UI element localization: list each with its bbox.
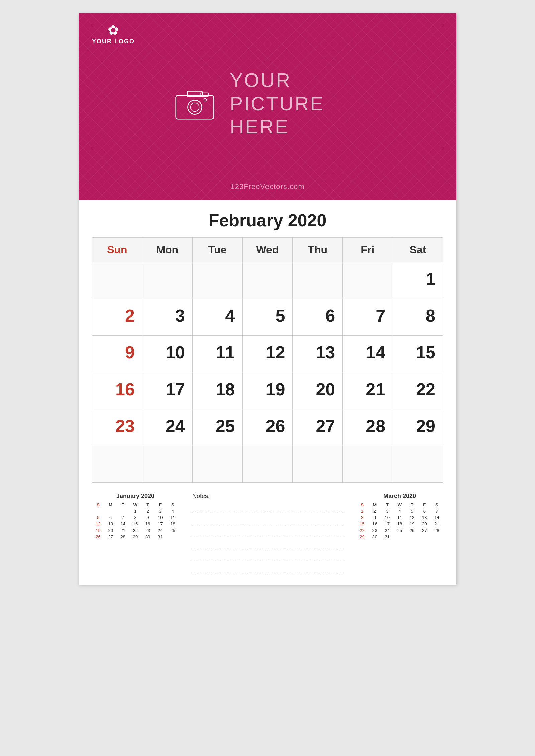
mar-d: 22 bbox=[356, 527, 368, 534]
mar-d: 14 bbox=[431, 514, 443, 521]
mar-d: 2 bbox=[368, 508, 381, 514]
logo-text: YOUR LOGO bbox=[92, 38, 135, 45]
mar-d: 21 bbox=[431, 521, 443, 527]
mar-table: S M T W T F S 1 2 3 4 5 bbox=[356, 502, 443, 540]
mar-h-w: W bbox=[393, 502, 406, 508]
calendar-week-5: 23 24 25 26 27 28 29 bbox=[92, 409, 443, 446]
mar-d: 3 bbox=[381, 508, 393, 514]
mar-d: 25 bbox=[393, 527, 406, 534]
calendar-week-3: 9 10 11 12 13 14 15 bbox=[92, 336, 443, 372]
svg-point-5 bbox=[204, 99, 206, 101]
mar-d: 7 bbox=[431, 508, 443, 514]
day-3: 3 bbox=[142, 299, 192, 336]
jan-h-w: W bbox=[129, 502, 141, 508]
day-12: 12 bbox=[242, 336, 293, 372]
day-empty bbox=[343, 262, 393, 299]
svg-rect-0 bbox=[176, 95, 214, 119]
svg-point-3 bbox=[188, 100, 202, 114]
jan-week-1: 1 2 3 4 bbox=[92, 508, 179, 514]
mar-d: 26 bbox=[406, 527, 418, 534]
mar-d: 13 bbox=[418, 514, 431, 521]
jan-d: 15 bbox=[129, 521, 141, 527]
jan-d: 19 bbox=[92, 527, 104, 534]
mini-calendar-march: March 2020 S M T W T F S 1 bbox=[356, 493, 443, 575]
jan-d bbox=[104, 508, 117, 514]
mar-d: 1 bbox=[356, 508, 368, 514]
jan-h-m: M bbox=[104, 502, 117, 508]
day-empty bbox=[393, 446, 443, 483]
watermark-text: 123FreeVectors.com bbox=[231, 182, 305, 191]
camera-icon bbox=[173, 82, 217, 125]
notes-line-1 bbox=[192, 502, 343, 513]
header-mon: Mon bbox=[142, 238, 192, 262]
day-5: 5 bbox=[242, 299, 293, 336]
day-17: 17 bbox=[142, 372, 192, 409]
jan-title: January 2020 bbox=[92, 493, 179, 500]
mar-h-f: F bbox=[418, 502, 431, 508]
day-23: 23 bbox=[92, 409, 142, 446]
day-10: 10 bbox=[142, 336, 192, 372]
day-25: 25 bbox=[192, 409, 242, 446]
day-4: 4 bbox=[192, 299, 242, 336]
jan-d: 26 bbox=[92, 534, 104, 540]
day-empty bbox=[142, 262, 192, 299]
jan-d: 14 bbox=[117, 521, 129, 527]
notes-line-2 bbox=[192, 514, 343, 525]
day-7: 7 bbox=[343, 299, 393, 336]
header-fri: Fri bbox=[343, 238, 393, 262]
day-14: 14 bbox=[343, 336, 393, 372]
mar-d: 31 bbox=[381, 534, 393, 540]
mar-d: 5 bbox=[406, 508, 418, 514]
jan-d bbox=[167, 534, 179, 540]
day-8: 8 bbox=[393, 299, 443, 336]
day-empty bbox=[293, 262, 343, 299]
jan-h-t1: T bbox=[117, 502, 129, 508]
mar-d: 4 bbox=[393, 508, 406, 514]
mini-calendar-january: January 2020 S M T W T F S bbox=[92, 493, 179, 575]
jan-d: 1 bbox=[129, 508, 141, 514]
day-16: 16 bbox=[92, 372, 142, 409]
jan-d: 25 bbox=[167, 527, 179, 534]
mar-d: 24 bbox=[381, 527, 393, 534]
mar-d: 27 bbox=[418, 527, 431, 534]
mar-d: 30 bbox=[368, 534, 381, 540]
jan-d: 21 bbox=[117, 527, 129, 534]
header-sat: Sat bbox=[393, 238, 443, 262]
jan-d: 13 bbox=[104, 521, 117, 527]
day-22: 22 bbox=[393, 372, 443, 409]
day-empty bbox=[92, 262, 142, 299]
day-24: 24 bbox=[142, 409, 192, 446]
notes-line-5 bbox=[192, 551, 343, 561]
mar-d: 20 bbox=[418, 521, 431, 527]
mar-d: 11 bbox=[393, 514, 406, 521]
day-empty bbox=[192, 446, 242, 483]
calendar-week-1: 1 bbox=[92, 262, 443, 299]
notes-line-4 bbox=[192, 539, 343, 549]
jan-d: 18 bbox=[167, 521, 179, 527]
header-sun: Sun bbox=[92, 238, 142, 262]
notes-section: Notes: bbox=[186, 493, 349, 575]
day-empty bbox=[242, 446, 293, 483]
jan-d: 8 bbox=[129, 514, 141, 521]
day-20: 20 bbox=[293, 372, 343, 409]
mar-d: 23 bbox=[368, 527, 381, 534]
mar-title: March 2020 bbox=[356, 493, 443, 500]
jan-d: 24 bbox=[154, 527, 167, 534]
day-26: 26 bbox=[242, 409, 293, 446]
picture-placeholder-text: YOUR PICTURE HERE bbox=[230, 68, 362, 138]
mar-week-3: 15 16 17 18 19 20 21 bbox=[356, 521, 443, 527]
mar-h-s1: S bbox=[356, 502, 368, 508]
mar-d: 17 bbox=[381, 521, 393, 527]
mar-d: 28 bbox=[431, 527, 443, 534]
mar-d: 6 bbox=[418, 508, 431, 514]
jan-d: 9 bbox=[142, 514, 154, 521]
day-29: 29 bbox=[393, 409, 443, 446]
jan-d: 30 bbox=[142, 534, 154, 540]
mar-h-m: M bbox=[368, 502, 381, 508]
svg-point-4 bbox=[190, 103, 199, 112]
mar-week-5: 29 30 31 bbox=[356, 534, 443, 540]
jan-h-t2: T bbox=[142, 502, 154, 508]
day-27: 27 bbox=[293, 409, 343, 446]
day-empty bbox=[343, 446, 393, 483]
jan-week-2: 5 6 7 8 9 10 11 bbox=[92, 514, 179, 521]
